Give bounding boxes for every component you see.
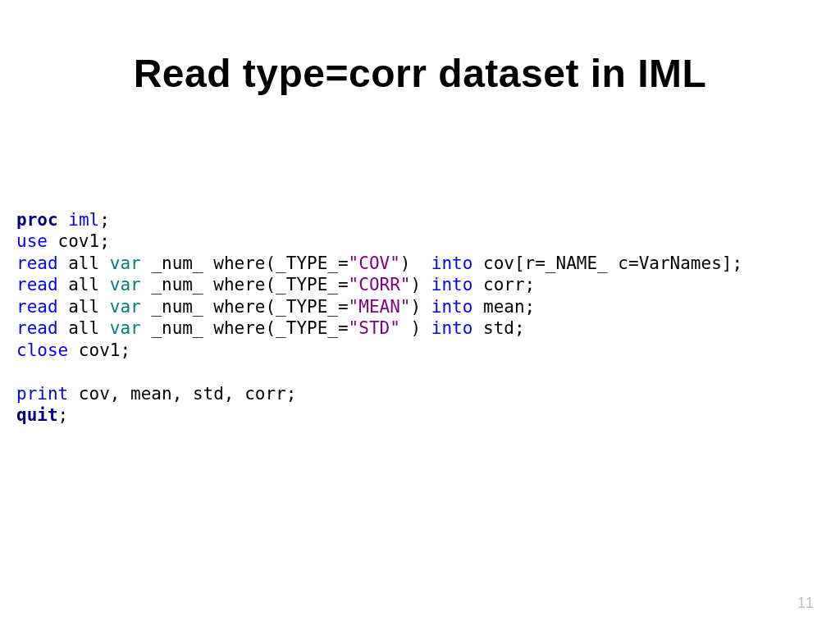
code-text: mean; bbox=[472, 297, 535, 317]
code-block: proc iml; use cov1; read all var _num_ w… bbox=[16, 209, 742, 427]
code-text: corr; bbox=[472, 275, 535, 294]
kw-into: into bbox=[431, 297, 473, 317]
kw-into: into bbox=[431, 253, 473, 273]
string-literal: "MEAN" bbox=[349, 297, 411, 317]
kw-read: read bbox=[16, 275, 58, 294]
code-text: cov1; bbox=[68, 340, 130, 360]
code-text: all bbox=[58, 275, 110, 294]
string-literal: "STD" bbox=[349, 318, 400, 338]
code-text: all bbox=[58, 318, 110, 338]
blank-line bbox=[16, 362, 27, 381]
kw-into: into bbox=[431, 275, 473, 294]
code-text: _num_ where(_TYPE_= bbox=[141, 253, 349, 273]
code-text: std; bbox=[472, 318, 524, 338]
kw-var: var bbox=[110, 318, 141, 338]
kw-quit: quit bbox=[16, 405, 58, 425]
slide-title: Read type=corr dataset in IML bbox=[0, 51, 840, 96]
code-text: ) bbox=[410, 297, 431, 317]
page-number: 11 bbox=[797, 595, 814, 612]
kw-into: into bbox=[431, 318, 473, 338]
kw-proc: proc bbox=[16, 210, 58, 230]
kw-var: var bbox=[110, 253, 141, 273]
code-text: cov, mean, std, corr; bbox=[68, 384, 296, 404]
code-text: cov[r=_NAME_ c=VarNames]; bbox=[472, 253, 742, 273]
code-text: ; bbox=[58, 405, 69, 425]
kw-read: read bbox=[16, 318, 58, 338]
kw-print: print bbox=[16, 384, 68, 404]
kw-iml: iml bbox=[68, 210, 99, 230]
kw-use: use bbox=[16, 231, 48, 251]
kw-read: read bbox=[16, 253, 58, 273]
code-text: _num_ where(_TYPE_= bbox=[141, 297, 349, 317]
code-text: ) bbox=[400, 253, 431, 273]
kw-close: close bbox=[16, 340, 68, 360]
code-text: ; bbox=[99, 210, 110, 230]
kw-var: var bbox=[110, 297, 141, 317]
kw-read: read bbox=[16, 297, 58, 317]
string-literal: "COV" bbox=[349, 253, 400, 273]
code-text: cov1; bbox=[48, 231, 110, 251]
code-text: ) bbox=[410, 275, 431, 294]
code-text: _num_ where(_TYPE_= bbox=[141, 275, 349, 294]
kw-var: var bbox=[110, 275, 141, 294]
code-text: all bbox=[58, 253, 110, 273]
code-text: _num_ where(_TYPE_= bbox=[141, 318, 349, 338]
code-text: all bbox=[58, 297, 110, 317]
string-literal: "CORR" bbox=[349, 275, 411, 294]
code-text: ) bbox=[400, 318, 431, 338]
